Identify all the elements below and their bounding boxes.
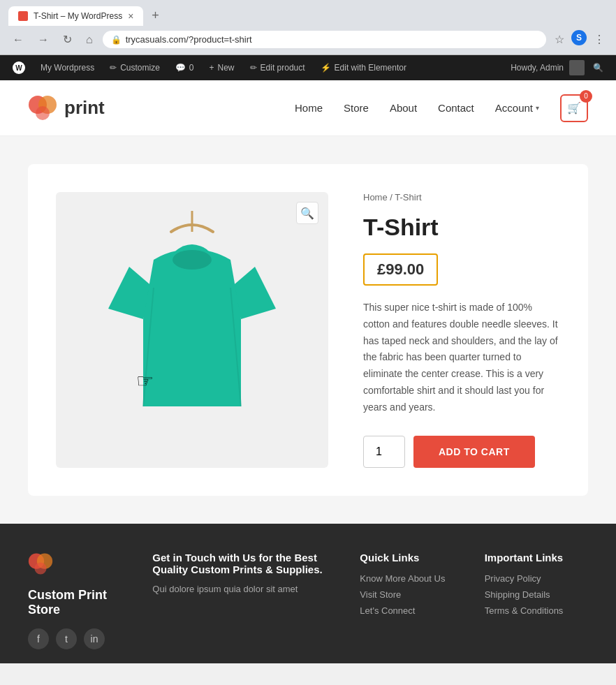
footer-brand: Custom Print Store f t in: [28, 552, 131, 649]
footer-link-connect[interactable]: Let's Connect: [360, 605, 463, 616]
browser-titlebar: T-Shirt – My WordPress × + ← → ↻ ⌂ 🔒 try…: [0, 0, 616, 55]
footer-link-privacy[interactable]: Privacy Policy: [485, 573, 588, 584]
site-wrapper: print Home Store About Contact Account ▾…: [0, 80, 616, 663]
add-to-cart-row: ADD TO CART: [363, 436, 560, 468]
new-tab-button[interactable]: +: [149, 6, 162, 26]
chevron-down-icon: ▾: [536, 104, 539, 112]
footer-tagline-col: Get in Touch with Us for the Best Qualit…: [152, 552, 339, 649]
new-icon: +: [210, 63, 214, 73]
breadcrumb-home[interactable]: Home: [363, 192, 388, 202]
account-label: Account: [495, 102, 533, 114]
quick-links-title: Quick Links: [360, 552, 463, 564]
cart-button[interactable]: 🛒 0: [560, 94, 588, 122]
browser-avatar: S: [571, 30, 587, 45]
url-text: trycasuals.com/?product=t-shirt: [126, 34, 538, 45]
edit-product-label: Edit product: [261, 63, 305, 73]
product-title: T-Shirt: [363, 214, 560, 241]
wp-admin-right: Howdy, Admin: [511, 60, 585, 75]
svg-point-4: [173, 250, 212, 270]
footer-link-terms[interactable]: Terms & Conditions: [485, 605, 588, 616]
product-price: £99.00: [363, 253, 438, 286]
product-image: ☞: [87, 211, 297, 448]
reload-button[interactable]: ↻: [59, 30, 76, 49]
svg-point-7: [34, 562, 46, 574]
logo-icon: [28, 94, 57, 123]
edit-icon: ✏: [250, 63, 257, 73]
facebook-icon[interactable]: f: [28, 628, 49, 649]
site-main: 🔍: [0, 136, 616, 524]
nav-contact[interactable]: Contact: [438, 102, 474, 114]
twitter-icon[interactable]: t: [56, 628, 77, 649]
linkedin-icon[interactable]: in: [84, 628, 105, 649]
footer-description: Qui dolore ipsum quia dolor sit amet: [152, 582, 339, 597]
nav-account[interactable]: Account ▾: [495, 102, 539, 114]
footer-link-store[interactable]: Visit Store: [360, 589, 463, 600]
forward-button[interactable]: →: [34, 31, 53, 49]
nav-store[interactable]: Store: [344, 102, 369, 114]
footer-important-links: Important Links Privacy Policy Shipping …: [485, 552, 588, 649]
search-icon: 🔍: [593, 63, 603, 73]
edit-product-item[interactable]: ✏ Edit product: [243, 55, 312, 80]
browser-tab[interactable]: T-Shirt – My WordPress ×: [8, 6, 143, 26]
customize-item[interactable]: ✏ Customize: [103, 55, 167, 80]
customize-icon: ✏: [110, 63, 117, 73]
site-logo[interactable]: print: [28, 94, 105, 123]
my-wordpress-label: My Wordpress: [41, 63, 94, 73]
tab-favicon: [18, 11, 28, 21]
wp-logo-icon: W: [13, 61, 25, 74]
add-to-cart-button[interactable]: ADD TO CART: [413, 436, 535, 468]
cart-icon: 🛒: [567, 101, 581, 115]
product-container: 🔍: [28, 164, 588, 496]
admin-avatar: [569, 60, 585, 75]
quantity-input[interactable]: [363, 436, 405, 468]
product-image-wrap: 🔍: [56, 192, 328, 468]
home-button[interactable]: ⌂: [82, 31, 97, 49]
wp-logo-item[interactable]: W: [6, 55, 32, 80]
browser-chrome: T-Shirt – My WordPress × + ← → ↻ ⌂ 🔒 try…: [0, 0, 616, 55]
site-nav: Home Store About Contact Account ▾ 🛒 0: [295, 94, 588, 122]
product-description: This super nice t-shirt is made of 100% …: [363, 300, 560, 416]
important-links-title: Important Links: [485, 552, 588, 564]
customize-label: Customize: [120, 63, 160, 73]
wp-search-item[interactable]: 🔍: [586, 55, 610, 80]
nav-about[interactable]: About: [390, 102, 417, 114]
elementor-icon: ⚡: [321, 63, 331, 73]
new-label: New: [218, 63, 235, 73]
cart-count: 0: [580, 90, 592, 103]
footer-logo-icon: [28, 552, 53, 577]
edit-elementor-item[interactable]: ⚡ Edit with Elementor: [314, 55, 413, 80]
tab-title: T-Shirt – My WordPress: [34, 11, 122, 21]
logo-text: print: [64, 97, 105, 119]
site-header: print Home Store About Contact Account ▾…: [0, 80, 616, 136]
product-info: Home / T-Shirt T-Shirt £99.00 This super…: [363, 192, 560, 468]
breadcrumb-current: T-Shirt: [395, 192, 421, 202]
zoom-icon[interactable]: 🔍: [296, 202, 318, 224]
my-wordpress-item[interactable]: My Wordpress: [34, 55, 101, 80]
footer-link-shipping[interactable]: Shipping Details: [485, 589, 588, 600]
comments-count: 0: [189, 63, 194, 73]
footer-quick-links: Quick Links Know More About Us Visit Sto…: [360, 552, 463, 649]
lock-icon: 🔒: [111, 35, 122, 45]
footer-store-name: Custom Print Store: [28, 588, 131, 617]
svg-point-2: [36, 106, 50, 120]
footer-logo: [28, 552, 131, 577]
footer-social: f t in: [28, 628, 131, 649]
comments-item[interactable]: 💬 0: [168, 55, 201, 80]
wp-admin-bar: W My Wordpress ✏ Customize 💬 0 + New ✏ E…: [0, 55, 616, 80]
back-button[interactable]: ←: [8, 31, 28, 49]
more-menu-icon[interactable]: ⋮: [591, 30, 608, 49]
comments-icon: 💬: [175, 63, 186, 73]
nav-home[interactable]: Home: [295, 102, 323, 114]
footer-grid: Custom Print Store f t in Get in Touch w…: [28, 552, 588, 649]
tshirt-svg: [87, 211, 297, 448]
breadcrumb: Home / T-Shirt: [363, 192, 560, 202]
elementor-label: Edit with Elementor: [335, 63, 406, 73]
bookmark-icon[interactable]: ☆: [552, 30, 567, 49]
howdy-label: Howdy, Admin: [511, 63, 564, 73]
footer-tagline: Get in Touch with Us for the Best Qualit…: [152, 552, 339, 575]
new-item[interactable]: + New: [203, 55, 242, 80]
site-footer: Custom Print Store f t in Get in Touch w…: [0, 524, 616, 663]
tab-close-icon[interactable]: ×: [128, 10, 133, 22]
url-bar[interactable]: 🔒 trycasuals.com/?product=t-shirt: [103, 31, 546, 48]
footer-link-about[interactable]: Know More About Us: [360, 573, 463, 584]
